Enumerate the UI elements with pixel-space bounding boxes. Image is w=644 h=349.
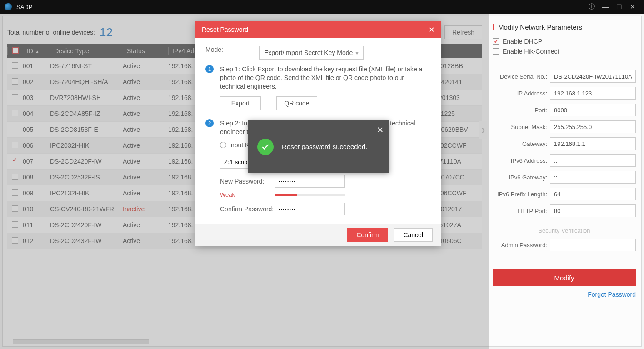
toast-close-icon[interactable]: ✕ [377,125,384,135]
cancel-button[interactable]: Cancel [394,228,433,242]
modal-title: Reset Password [202,26,248,33]
password-strength-bar [275,194,345,196]
modal-close-icon[interactable]: ✕ [429,25,434,34]
app-logo [5,3,12,10]
info-icon[interactable]: ⓘ [585,3,599,11]
step1-badge: 1 [205,65,214,73]
password-strength-label: Weak [220,191,275,198]
app-title: SADP [16,4,585,10]
confirm-password-label: Confirm Password: [220,205,275,213]
toast-message: Reset password succeeded. [282,143,367,150]
new-password-label: New Password: [220,178,275,185]
success-check-icon [257,139,274,155]
confirm-button[interactable]: Confirm [347,228,388,242]
qrcode-button[interactable]: QR code [276,96,317,110]
step1-text: Step 1: Click Export to download the key… [220,65,431,91]
confirm-password-input[interactable] [275,203,345,215]
titlebar: SADP ⓘ — ☐ ✕ [0,0,644,14]
success-toast: Reset password succeeded. ✕ [248,120,389,173]
minimize-icon[interactable]: — [599,3,612,10]
new-password-input[interactable] [275,175,345,188]
step2-badge: 2 [205,119,214,127]
maximize-icon[interactable]: ☐ [612,3,626,10]
chevron-down-icon: ▾ [355,49,359,56]
mode-select[interactable]: Export/Import Secret Key Mode▾ [259,46,364,60]
close-icon[interactable]: ✕ [626,3,639,10]
mode-label: Mode: [205,46,259,53]
export-button[interactable]: Export [220,96,261,110]
modal-header: Reset Password ✕ [195,21,441,38]
